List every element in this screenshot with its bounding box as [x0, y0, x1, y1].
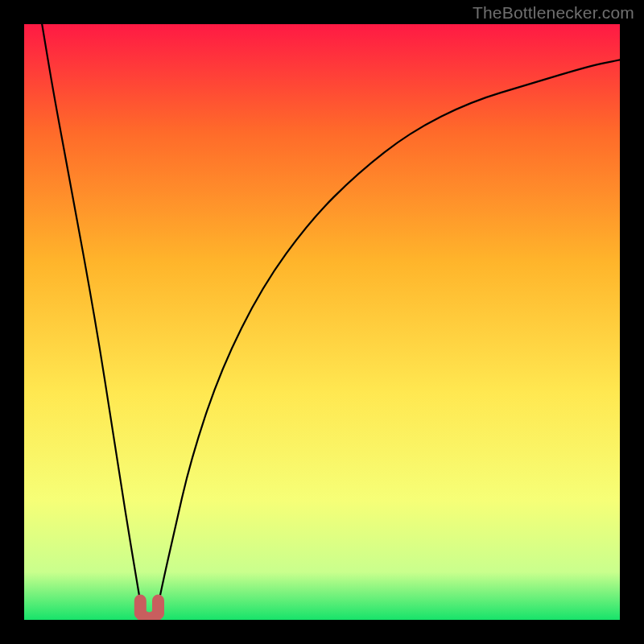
- watermark-text: TheBottlenecker.com: [473, 3, 634, 23]
- bottleneck-chart: [24, 24, 620, 620]
- gradient-background: [24, 24, 620, 620]
- plot-area: [24, 24, 620, 620]
- chart-frame: TheBottlenecker.com: [0, 0, 644, 644]
